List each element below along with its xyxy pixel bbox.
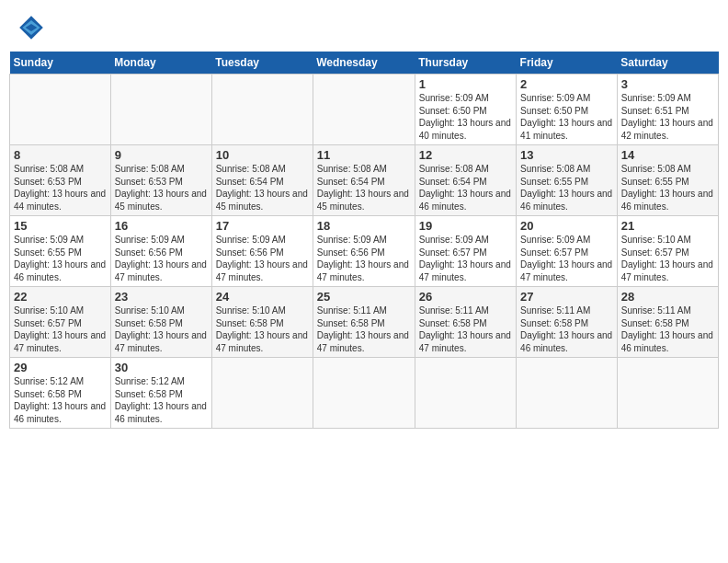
- calendar-cell: [10, 75, 111, 145]
- calendar-cell: 23Sunrise: 5:10 AMSunset: 6:58 PMDayligh…: [110, 287, 211, 358]
- calendar-cell: 1Sunrise: 5:09 AMSunset: 6:50 PMDaylight…: [415, 75, 516, 145]
- day-header-wednesday: Wednesday: [313, 52, 415, 75]
- day-info: Sunrise: 5:09 AMSunset: 6:50 PMDaylight:…: [419, 92, 512, 142]
- day-info: Sunrise: 5:08 AMSunset: 6:54 PMDaylight:…: [216, 163, 309, 213]
- day-number: 16: [115, 219, 208, 233]
- day-number: 9: [115, 148, 208, 162]
- day-info: Sunrise: 5:09 AMSunset: 6:56 PMDaylight:…: [317, 234, 411, 283]
- calendar-cell: [415, 358, 516, 429]
- day-info: Sunrise: 5:09 AMSunset: 6:56 PMDaylight:…: [216, 234, 309, 283]
- week-row-2: 8Sunrise: 5:08 AMSunset: 6:53 PMDaylight…: [10, 145, 719, 216]
- day-info: Sunrise: 5:11 AMSunset: 6:58 PMDaylight:…: [520, 304, 613, 354]
- day-header-tuesday: Tuesday: [211, 52, 313, 75]
- day-info: Sunrise: 5:09 AMSunset: 6:56 PMDaylight:…: [115, 234, 208, 283]
- day-header-saturday: Saturday: [617, 52, 718, 75]
- calendar-cell: 25Sunrise: 5:11 AMSunset: 6:58 PMDayligh…: [313, 287, 415, 358]
- day-header-monday: Monday: [110, 52, 211, 75]
- calendar-cell: 8Sunrise: 5:08 AMSunset: 6:53 PMDaylight…: [10, 145, 111, 216]
- calendar-cell: [211, 75, 313, 145]
- calendar-cell: 15Sunrise: 5:09 AMSunset: 6:55 PMDayligh…: [10, 216, 111, 287]
- calendar-cell: [517, 358, 618, 429]
- calendar-cell: 28Sunrise: 5:11 AMSunset: 6:58 PMDayligh…: [617, 287, 718, 358]
- week-row-3: 15Sunrise: 5:09 AMSunset: 6:55 PMDayligh…: [10, 216, 719, 287]
- day-info: Sunrise: 5:12 AMSunset: 6:58 PMDaylight:…: [14, 375, 107, 425]
- day-info: Sunrise: 5:08 AMSunset: 6:55 PMDaylight:…: [520, 163, 613, 213]
- day-info: Sunrise: 5:12 AMSunset: 6:58 PMDaylight:…: [115, 375, 208, 425]
- day-number: 14: [621, 148, 714, 162]
- day-number: 30: [115, 361, 208, 374]
- week-row-1: 1Sunrise: 5:09 AMSunset: 6:50 PMDaylight…: [10, 75, 719, 145]
- day-number: 12: [419, 148, 512, 162]
- calendar-cell: [313, 75, 415, 145]
- day-number: 13: [520, 148, 613, 162]
- day-info: Sunrise: 5:10 AMSunset: 6:57 PMDaylight:…: [14, 304, 107, 354]
- day-number: 21: [621, 219, 714, 233]
- day-number: 8: [14, 148, 107, 162]
- day-number: 28: [621, 290, 714, 304]
- day-header-sunday: Sunday: [10, 52, 111, 75]
- day-number: 1: [419, 77, 512, 91]
- calendar-cell: 30Sunrise: 5:12 AMSunset: 6:58 PMDayligh…: [110, 358, 211, 429]
- calendar-table: SundayMondayTuesdayWednesdayThursdayFrid…: [9, 52, 719, 429]
- calendar-cell: 2Sunrise: 5:09 AMSunset: 6:50 PMDaylight…: [517, 75, 618, 145]
- calendar-cell: 18Sunrise: 5:09 AMSunset: 6:56 PMDayligh…: [313, 216, 415, 287]
- day-number: 17: [216, 219, 309, 233]
- day-info: Sunrise: 5:11 AMSunset: 6:58 PMDaylight:…: [419, 304, 512, 354]
- calendar-cell: 24Sunrise: 5:10 AMSunset: 6:58 PMDayligh…: [211, 287, 313, 358]
- calendar-cell: 26Sunrise: 5:11 AMSunset: 6:58 PMDayligh…: [415, 287, 516, 358]
- day-number: 23: [115, 290, 208, 304]
- calendar-cell: 13Sunrise: 5:08 AMSunset: 6:55 PMDayligh…: [517, 145, 618, 216]
- day-info: Sunrise: 5:11 AMSunset: 6:58 PMDaylight:…: [621, 304, 714, 354]
- day-info: Sunrise: 5:09 AMSunset: 6:51 PMDaylight:…: [621, 92, 714, 142]
- calendar-cell: 9Sunrise: 5:08 AMSunset: 6:53 PMDaylight…: [110, 145, 211, 216]
- day-info: Sunrise: 5:08 AMSunset: 6:53 PMDaylight:…: [14, 163, 107, 213]
- day-info: Sunrise: 5:08 AMSunset: 6:53 PMDaylight:…: [115, 163, 208, 213]
- day-info: Sunrise: 5:10 AMSunset: 6:58 PMDaylight:…: [115, 304, 208, 354]
- week-row-5: 29Sunrise: 5:12 AMSunset: 6:58 PMDayligh…: [10, 358, 719, 429]
- day-info: Sunrise: 5:08 AMSunset: 6:55 PMDaylight:…: [621, 163, 714, 213]
- day-number: 29: [14, 361, 107, 374]
- calendar-cell: 10Sunrise: 5:08 AMSunset: 6:54 PMDayligh…: [211, 145, 313, 216]
- calendar-cell: 27Sunrise: 5:11 AMSunset: 6:58 PMDayligh…: [517, 287, 618, 358]
- logo: [17, 13, 50, 42]
- day-info: Sunrise: 5:09 AMSunset: 6:57 PMDaylight:…: [520, 234, 613, 283]
- calendar-cell: 3Sunrise: 5:09 AMSunset: 6:51 PMDaylight…: [617, 75, 718, 145]
- day-header-thursday: Thursday: [415, 52, 516, 75]
- calendar-cell: 19Sunrise: 5:09 AMSunset: 6:57 PMDayligh…: [415, 216, 516, 287]
- calendar-cell: 11Sunrise: 5:08 AMSunset: 6:54 PMDayligh…: [313, 145, 415, 216]
- day-number: 18: [317, 219, 411, 233]
- day-number: 11: [317, 148, 411, 162]
- calendar-cell: [617, 358, 718, 429]
- day-info: Sunrise: 5:11 AMSunset: 6:58 PMDaylight:…: [317, 304, 411, 354]
- day-number: 25: [317, 290, 411, 304]
- calendar-cell: [211, 358, 313, 429]
- calendar-cell: 21Sunrise: 5:10 AMSunset: 6:57 PMDayligh…: [617, 216, 718, 287]
- calendar-cell: 12Sunrise: 5:08 AMSunset: 6:54 PMDayligh…: [415, 145, 516, 216]
- day-info: Sunrise: 5:10 AMSunset: 6:57 PMDaylight:…: [621, 234, 714, 283]
- calendar-cell: 20Sunrise: 5:09 AMSunset: 6:57 PMDayligh…: [517, 216, 618, 287]
- day-number: 15: [14, 219, 107, 233]
- day-info: Sunrise: 5:09 AMSunset: 6:55 PMDaylight:…: [14, 234, 107, 283]
- calendar-cell: 14Sunrise: 5:08 AMSunset: 6:55 PMDayligh…: [617, 145, 718, 216]
- page-header: [9, 9, 719, 46]
- day-number: 27: [520, 290, 613, 304]
- day-number: 20: [520, 219, 613, 233]
- day-number: 19: [419, 219, 512, 233]
- calendar-cell: [313, 358, 415, 429]
- day-header-friday: Friday: [517, 52, 618, 75]
- day-info: Sunrise: 5:08 AMSunset: 6:54 PMDaylight:…: [419, 163, 512, 213]
- day-info: Sunrise: 5:08 AMSunset: 6:54 PMDaylight:…: [317, 163, 411, 213]
- day-number: 24: [216, 290, 309, 304]
- day-number: 2: [520, 77, 613, 91]
- logo-icon: [17, 13, 46, 42]
- day-info: Sunrise: 5:10 AMSunset: 6:58 PMDaylight:…: [216, 304, 309, 354]
- calendar-cell: 16Sunrise: 5:09 AMSunset: 6:56 PMDayligh…: [110, 216, 211, 287]
- calendar-cell: 22Sunrise: 5:10 AMSunset: 6:57 PMDayligh…: [10, 287, 111, 358]
- day-info: Sunrise: 5:09 AMSunset: 6:50 PMDaylight:…: [520, 92, 613, 142]
- day-info: Sunrise: 5:09 AMSunset: 6:57 PMDaylight:…: [419, 234, 512, 283]
- calendar-cell: 17Sunrise: 5:09 AMSunset: 6:56 PMDayligh…: [211, 216, 313, 287]
- day-number: 3: [621, 77, 714, 91]
- calendar-cell: [110, 75, 211, 145]
- day-number: 22: [14, 290, 107, 304]
- week-row-4: 22Sunrise: 5:10 AMSunset: 6:57 PMDayligh…: [10, 287, 719, 358]
